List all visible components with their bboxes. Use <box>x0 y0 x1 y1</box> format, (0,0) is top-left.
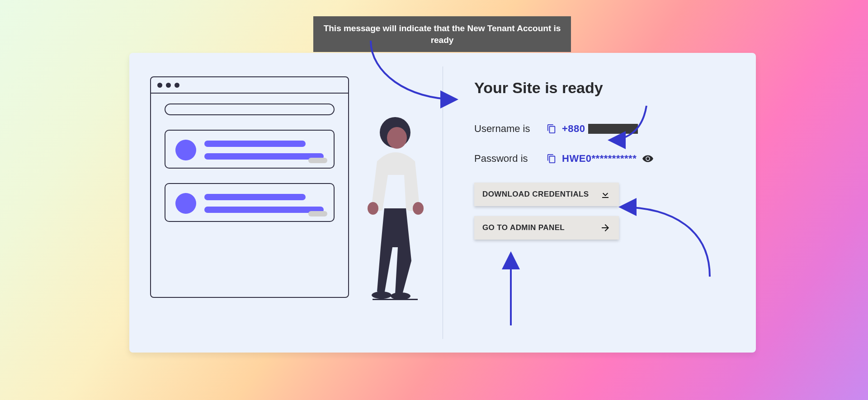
svg-rect-6 <box>373 299 418 300</box>
text-placeholder <box>204 193 324 213</box>
page-title: Your Site is ready <box>474 79 654 97</box>
pill-placeholder <box>308 158 327 163</box>
svg-point-4 <box>372 292 392 299</box>
browser-mock-icon <box>150 76 349 298</box>
person-illustration-icon <box>359 112 431 301</box>
svg-point-5 <box>391 292 410 300</box>
svg-point-2 <box>368 202 378 215</box>
avatar-placeholder-icon <box>175 193 196 214</box>
svg-point-3 <box>413 202 424 215</box>
password-row: Password is HWE0*********** <box>474 153 654 165</box>
password-label: Password is <box>474 153 547 165</box>
username-row: Username is +880 <box>474 123 654 135</box>
illustration-panel <box>129 53 443 353</box>
eye-icon[interactable] <box>642 153 654 165</box>
text-placeholder <box>204 140 324 160</box>
site-ready-card: Your Site is ready Username is +880 Pass… <box>129 53 756 353</box>
address-bar-icon <box>165 104 335 115</box>
copy-icon[interactable] <box>547 124 557 134</box>
go-to-admin-panel-button[interactable]: GO TO ADMIN PANEL <box>474 216 619 240</box>
password-value: HWE0*********** <box>562 153 637 165</box>
avatar-placeholder-icon <box>175 140 196 160</box>
pill-placeholder <box>308 211 327 216</box>
admin-button-label: GO TO ADMIN PANEL <box>482 223 565 232</box>
username-value: +880 <box>562 123 638 135</box>
download-credentials-button[interactable]: DOWNLOAD CREDENTIALS <box>474 183 619 206</box>
username-label: Username is <box>474 123 547 135</box>
list-item <box>165 130 335 169</box>
download-button-label: DOWNLOAD CREDENTIALS <box>482 190 589 199</box>
browser-chrome <box>151 77 348 94</box>
arrow-right-icon <box>600 222 611 233</box>
credentials-panel: Your Site is ready Username is +880 Pass… <box>443 53 654 353</box>
callout-tenant-ready: This message will indicate that the New … <box>313 16 571 52</box>
list-item <box>165 183 335 222</box>
svg-point-1 <box>387 127 407 149</box>
download-icon <box>600 189 611 200</box>
copy-icon[interactable] <box>547 154 557 164</box>
username-redacted <box>588 124 638 134</box>
